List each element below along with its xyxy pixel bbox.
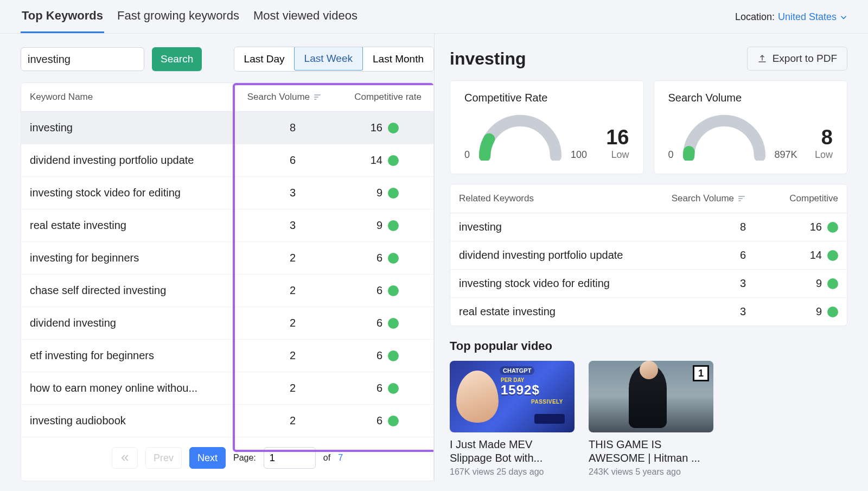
- cell-search-volume: 6: [643, 249, 746, 262]
- search-input[interactable]: [21, 47, 144, 71]
- cell-keyword-name: how to earn money online withou...: [30, 382, 203, 394]
- cell-keyword-name: chase self directed investing: [30, 284, 203, 297]
- status-dot-icon: [388, 253, 399, 264]
- table-row[interactable]: etf investing for beginners26: [21, 340, 433, 372]
- cell-competitive: 6: [296, 349, 399, 362]
- location-label: Location:: [735, 11, 775, 23]
- cell-search-volume: 6: [203, 154, 296, 167]
- status-dot-icon: [388, 350, 399, 361]
- thumb-figure-head: [640, 361, 658, 379]
- thumb-chip: CHATGPT: [500, 366, 534, 375]
- table-row[interactable]: dividend investing portfolio update614: [450, 241, 847, 270]
- cell-competitive: 9: [746, 277, 838, 290]
- gauge-competitive-min: 0: [464, 149, 470, 161]
- cell-keyword-name: dividend investing portfolio update: [30, 154, 203, 167]
- table-row[interactable]: investing stock video for editing39: [21, 177, 433, 209]
- pager-page-input[interactable]: [264, 447, 316, 469]
- table-row[interactable]: investing audiobook26: [21, 405, 433, 437]
- status-dot-icon: [388, 220, 399, 231]
- table-row[interactable]: investing816: [450, 213, 847, 241]
- cell-search-volume: 2: [203, 382, 296, 394]
- pager-of: of: [323, 453, 330, 463]
- status-dot-icon: [388, 123, 399, 133]
- table-row[interactable]: real estate investing39: [450, 298, 847, 326]
- cell-search-volume: 2: [203, 317, 296, 329]
- th-search-volume[interactable]: Search Volume: [229, 92, 322, 103]
- cell-competitive: 6: [296, 252, 399, 264]
- tab-fast-growing[interactable]: Fast growing keywords: [116, 9, 240, 33]
- duration-last-day[interactable]: Last Day: [234, 47, 295, 71]
- table-row[interactable]: dividend investing portfolio update614: [21, 144, 433, 177]
- cell-competitive: 9: [296, 187, 399, 199]
- gauge-competitive-svg: [474, 112, 566, 161]
- duration-last-month[interactable]: Last Month: [362, 47, 433, 71]
- table-row[interactable]: chase self directed investing26: [21, 275, 433, 307]
- gauge-search-volume: Search Volume 0 897K 8 Low: [654, 80, 848, 174]
- cell-keyword-name: real estate investing: [30, 219, 203, 232]
- status-dot-icon: [388, 416, 399, 426]
- cell-competitive: 9: [746, 305, 838, 318]
- th-competitive-rate[interactable]: Competitive rate: [322, 92, 425, 103]
- cell-keyword-name: investing: [30, 122, 203, 134]
- gauge-competitive-rate: Competitive Rate 0 100 16 Low: [450, 80, 644, 174]
- video-thumbnail: CHATGPT PER DAY 1592$ PASSIVELY: [450, 361, 575, 432]
- cell-keyword-name: investing stock video for editing: [30, 187, 203, 199]
- thumb-text: PASSIVELY: [531, 399, 563, 405]
- thumb-headline: 1592$: [501, 382, 540, 398]
- video-title: THIS GAME IS AWESOME | Hitman ...: [589, 438, 713, 465]
- cell-search-volume: 3: [643, 277, 746, 290]
- table-row[interactable]: how to earn money online withou...26: [21, 372, 433, 405]
- rh-competitive[interactable]: Competitive: [746, 193, 838, 204]
- pager-first[interactable]: [112, 447, 138, 469]
- table-row[interactable]: investing stock video for editing39: [450, 270, 847, 298]
- tab-top-keywords[interactable]: Top Keywords: [21, 9, 104, 33]
- export-pdf-button[interactable]: Export to PDF: [747, 47, 847, 71]
- table-row[interactable]: investing816: [21, 112, 433, 144]
- duration-last-week[interactable]: Last Week: [294, 47, 363, 71]
- pager-next[interactable]: Next: [189, 447, 226, 469]
- table-row[interactable]: investing for beginners26: [21, 242, 433, 275]
- cell-search-volume: 2: [203, 284, 296, 297]
- gauge-competitive-max: 100: [571, 149, 587, 161]
- status-dot-icon: [388, 318, 399, 329]
- video-meta: 167K views 25 days ago: [450, 467, 575, 477]
- status-dot-icon: [827, 278, 838, 289]
- table-row[interactable]: real estate investing39: [21, 209, 433, 242]
- cell-competitive: 6: [296, 415, 399, 427]
- location-value[interactable]: United States: [778, 11, 847, 23]
- tab-most-viewed-videos[interactable]: Most viewed videos: [252, 9, 359, 33]
- table-row[interactable]: dividend investing26: [21, 307, 433, 340]
- pager-page-label: Page:: [233, 453, 256, 463]
- video-card[interactable]: CHATGPT PER DAY 1592$ PASSIVELY I Just M…: [450, 361, 575, 477]
- videos-list: CHATGPT PER DAY 1592$ PASSIVELY I Just M…: [450, 361, 847, 477]
- cell-keyword-name: investing for beginners: [30, 252, 203, 264]
- tabs: Top Keywords Fast growing keywords Most …: [21, 9, 359, 33]
- export-pdf-label: Export to PDF: [773, 53, 837, 65]
- gauge-volume-title: Search Volume: [668, 92, 833, 104]
- cell-search-volume: 3: [643, 305, 746, 318]
- video-title: I Just Made MEV Slippage Bot with...: [450, 438, 575, 465]
- pager-total[interactable]: 7: [338, 453, 343, 463]
- search-row: Search Last Day Last Week Last Month: [21, 47, 434, 72]
- th-keyword-name[interactable]: Keyword Name: [30, 92, 229, 103]
- status-dot-icon: [827, 222, 838, 233]
- pager: Prev Next Page: of 7: [21, 437, 433, 481]
- video-thumbnail: 1: [589, 361, 713, 432]
- gauge-volume-min: 0: [668, 149, 674, 161]
- thumb-rank-badge: 1: [693, 365, 709, 381]
- cell-search-volume: 8: [643, 221, 746, 233]
- video-card[interactable]: 1 THIS GAME IS AWESOME | Hitman ... 243K…: [589, 361, 713, 477]
- cell-competitive: 16: [296, 122, 399, 134]
- pager-prev[interactable]: Prev: [145, 447, 182, 469]
- table-header: Keyword Name Search Volume Competitive r…: [21, 83, 433, 112]
- sort-desc-icon: [737, 194, 746, 203]
- rh-related-keywords[interactable]: Related Keywords: [459, 193, 643, 204]
- rh-search-volume[interactable]: Search Volume: [643, 193, 746, 204]
- cell-competitive: 6: [296, 382, 399, 394]
- chevron-down-icon: [840, 14, 847, 21]
- search-button[interactable]: Search: [152, 47, 202, 71]
- cell-competitive: 16: [746, 221, 838, 233]
- cell-search-volume: 2: [203, 415, 296, 427]
- right-panel: investing Export to PDF Competitive Rate…: [434, 34, 847, 481]
- cell-competitive: 6: [296, 284, 399, 297]
